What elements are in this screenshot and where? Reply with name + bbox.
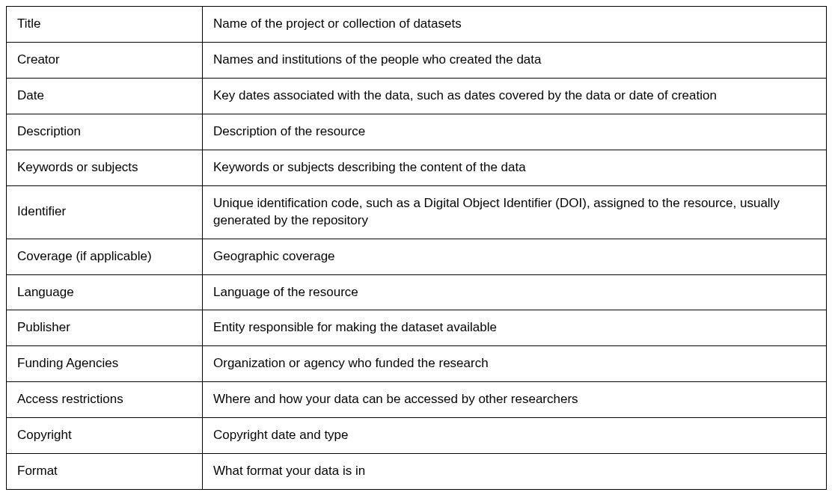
- field-description: Names and institutions of the people who…: [203, 42, 827, 78]
- table-row: Format What format your data is in: [7, 454, 827, 490]
- field-label: Coverage (if applicable): [7, 239, 203, 274]
- table-row: Funding Agencies Organization or agency …: [7, 346, 827, 382]
- table-row: Identifier Unique identification code, s…: [7, 185, 827, 239]
- field-label: Funding Agencies: [7, 346, 203, 382]
- table-row: Description Description of the resource: [7, 114, 827, 150]
- field-label: Creator: [7, 42, 203, 78]
- table-row: Language Language of the resource: [7, 274, 827, 310]
- field-description: Geographic coverage: [203, 239, 827, 274]
- field-label: Language: [7, 274, 203, 310]
- field-label: Identifier: [7, 185, 203, 239]
- metadata-table: Title Name of the project or collection …: [6, 6, 827, 490]
- table-row: Creator Names and institutions of the pe…: [7, 42, 827, 78]
- field-description: Where and how your data can be accessed …: [203, 382, 827, 418]
- table-row: Copyright Copyright date and type: [7, 418, 827, 454]
- field-description: Copyright date and type: [203, 418, 827, 454]
- table-row: Access restrictions Where and how your d…: [7, 382, 827, 418]
- table-row: Date Key dates associated with the data,…: [7, 78, 827, 114]
- field-label: Description: [7, 114, 203, 150]
- field-description: Keywords or subjects describing the cont…: [203, 150, 827, 185]
- field-label: Copyright: [7, 418, 203, 454]
- field-label: Keywords or subjects: [7, 150, 203, 185]
- table-row: Publisher Entity responsible for making …: [7, 310, 827, 346]
- field-description: Key dates associated with the data, such…: [203, 78, 827, 114]
- metadata-table-body: Title Name of the project or collection …: [7, 7, 827, 490]
- table-row: Title Name of the project or collection …: [7, 7, 827, 43]
- field-label: Publisher: [7, 310, 203, 346]
- field-label: Format: [7, 454, 203, 490]
- field-description: Organization or agency who funded the re…: [203, 346, 827, 382]
- field-description: Unique identification code, such as a Di…: [203, 185, 827, 239]
- field-label: Access restrictions: [7, 382, 203, 418]
- field-description: Entity responsible for making the datase…: [203, 310, 827, 346]
- field-description: Name of the project or collection of dat…: [203, 7, 827, 43]
- field-description: Language of the resource: [203, 274, 827, 310]
- table-row: Coverage (if applicable) Geographic cove…: [7, 239, 827, 274]
- field-label: Title: [7, 7, 203, 43]
- field-description: What format your data is in: [203, 454, 827, 490]
- table-row: Keywords or subjects Keywords or subject…: [7, 150, 827, 185]
- field-description: Description of the resource: [203, 114, 827, 150]
- field-label: Date: [7, 78, 203, 114]
